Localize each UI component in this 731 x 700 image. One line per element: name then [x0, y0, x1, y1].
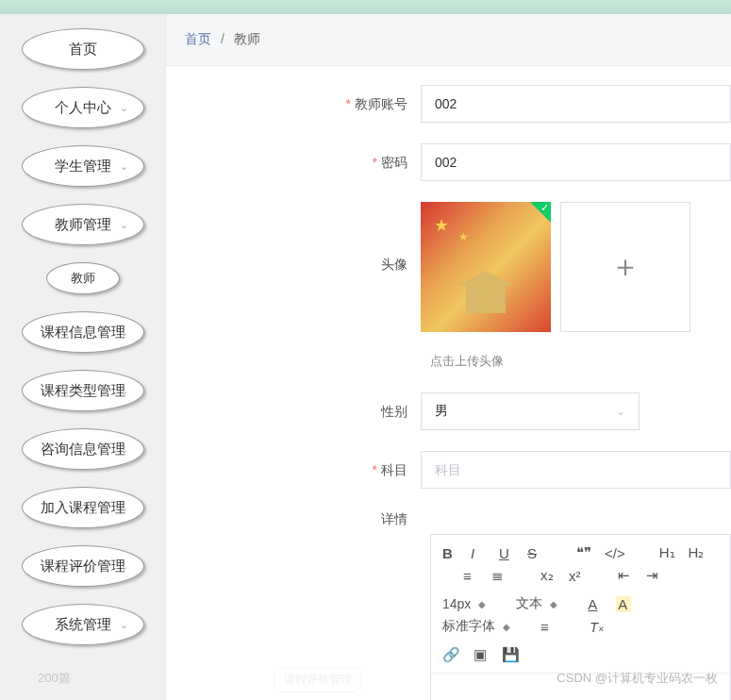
superscript-icon[interactable]: x²: [569, 568, 584, 584]
nav-teacher-mgmt[interactable]: 教师管理 ⌄: [22, 204, 144, 245]
breadcrumb: 首页 / 教师: [166, 14, 731, 66]
nav-system-mgmt[interactable]: 系统管理 ⌄: [22, 604, 144, 645]
nav-course-info-mgmt[interactable]: 课程信息管理 ⌄: [22, 311, 144, 353]
editor-toolbar: B I U S ❝❞ </> H₁ H₂ ≡ ≣ x₂ x²: [431, 535, 730, 674]
password-label: *密码: [166, 153, 421, 172]
nav-course-type-mgmt[interactable]: 课程类型管理 ⌄: [22, 370, 144, 411]
nav-label: 咨询信息管理: [41, 441, 125, 458]
nav-label: 系统管理: [55, 616, 111, 634]
teacher-form: *教师账号 *密码 头像 ★ ★: [166, 66, 731, 700]
dropdown-icon: ◆: [550, 599, 557, 609]
sidebar: 首页 个人中心 ⌄ 学生管理 ⌄ 教师管理 ⌄ 教师 课程信息管理 ⌄ 课程类型…: [0, 0, 165, 700]
chevron-down-icon: ⌄: [120, 443, 128, 456]
link-icon[interactable]: 🔗: [442, 646, 460, 663]
nav-course-review-mgmt[interactable]: 课程评价管理 ⌄: [22, 545, 144, 587]
font-color-icon[interactable]: A: [588, 596, 603, 612]
underline-icon[interactable]: U: [499, 545, 514, 561]
image-icon[interactable]: ▣: [473, 646, 489, 663]
nav-consult-info-mgmt[interactable]: 咨询信息管理 ⌄: [22, 428, 144, 470]
h1-icon[interactable]: H₁: [659, 544, 675, 561]
nav-sub-label: 教师: [71, 270, 95, 287]
nav-label: 课程评价管理: [41, 558, 125, 575]
gender-label: 性别: [166, 402, 421, 421]
plus-icon: ＋: [610, 246, 640, 288]
indent-icon[interactable]: ⇥: [646, 567, 661, 584]
chevron-down-icon: ⌄: [120, 502, 128, 514]
avatar-upload-tip: 点击上传头像: [430, 353, 731, 370]
nav-label: 个人中心: [55, 99, 111, 117]
nav-label: 加入课程管理: [41, 499, 125, 517]
nav-label: 课程类型管理: [41, 382, 125, 400]
italic-icon[interactable]: I: [471, 545, 486, 561]
save-icon[interactable]: 💾: [502, 646, 520, 663]
text-type-select[interactable]: 文本 ◆: [516, 595, 557, 612]
font-size-select[interactable]: 14px ◆: [442, 596, 486, 611]
nav-label: 课程信息管理: [41, 324, 125, 342]
nav-label: 首页: [69, 41, 97, 58]
main-content: 首页 / 教师 *教师账号 *密码 头像: [165, 14, 731, 700]
footer-count: 200篇: [38, 670, 71, 687]
nav-label: 教师管理: [55, 216, 111, 234]
unordered-list-icon[interactable]: ≣: [491, 567, 507, 584]
nav-teacher-sub[interactable]: 教师: [46, 262, 120, 294]
avatar-thumbnail[interactable]: ★ ★: [421, 202, 551, 332]
breadcrumb-home[interactable]: 首页: [185, 31, 211, 46]
subject-label: *科目: [166, 460, 421, 479]
clear-format-icon[interactable]: Tₓ: [590, 618, 605, 635]
avatar-label: 头像: [166, 202, 421, 274]
subject-input[interactable]: [421, 451, 731, 489]
bold-icon[interactable]: B: [442, 545, 457, 561]
nav-student-mgmt[interactable]: 学生管理 ⌄: [22, 145, 144, 187]
align-icon[interactable]: ≡: [540, 619, 556, 635]
code-icon[interactable]: </>: [605, 545, 625, 561]
watermark: CSDN @计算机专业码农一枚: [557, 670, 718, 687]
chevron-down-icon: ⌄: [120, 326, 128, 339]
subscript-icon[interactable]: x₂: [540, 567, 556, 584]
font-family-select[interactable]: 标准字体 ◆: [442, 618, 510, 635]
quote-icon[interactable]: ❝❞: [576, 544, 591, 561]
chevron-down-icon: ⌄: [120, 219, 128, 231]
chevron-down-icon: ⌄: [616, 405, 625, 418]
chevron-down-icon: ⌄: [120, 385, 128, 397]
teacher-account-input[interactable]: [421, 85, 731, 123]
password-input[interactable]: [421, 143, 731, 181]
gender-select[interactable]: 男 ⌄: [421, 392, 640, 430]
chevron-down-icon: ⌄: [120, 560, 128, 573]
teacher-account-label: *教师账号: [166, 94, 421, 113]
bg-color-icon[interactable]: A: [616, 596, 631, 612]
breadcrumb-current: 教师: [234, 31, 260, 46]
check-icon: [530, 202, 551, 223]
strike-icon[interactable]: S: [527, 545, 542, 561]
dropdown-icon: ◆: [503, 622, 510, 632]
footer-tag: 课程评价管理: [274, 667, 362, 692]
chevron-down-icon: ⌄: [120, 102, 128, 114]
outdent-icon[interactable]: ⇤: [618, 567, 633, 584]
breadcrumb-sep: /: [221, 31, 224, 46]
nav-label: 学生管理: [55, 158, 111, 175]
chevron-down-icon: ⌄: [120, 160, 128, 173]
avatar-upload-button[interactable]: ＋: [560, 202, 690, 332]
ordered-list-icon[interactable]: ≡: [463, 568, 478, 584]
nav-home[interactable]: 首页: [22, 28, 144, 70]
detail-label: 详情: [166, 509, 421, 528]
chevron-down-icon: ⌄: [120, 619, 128, 631]
nav-personal-center[interactable]: 个人中心 ⌄: [22, 87, 144, 128]
dropdown-icon: ◆: [478, 599, 486, 609]
nav-join-course-mgmt[interactable]: 加入课程管理 ⌄: [22, 487, 144, 528]
gender-value: 男: [435, 403, 448, 420]
h2-icon[interactable]: H₂: [689, 544, 705, 561]
